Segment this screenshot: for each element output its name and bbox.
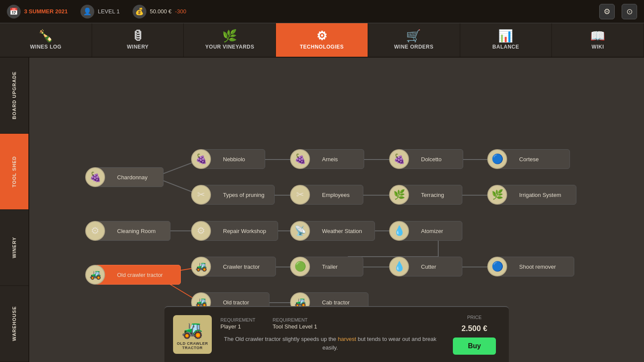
dolcetto-icon: 🍇	[389, 149, 409, 169]
trailer-label: Trailer	[310, 264, 344, 270]
tab-your-vineyards[interactable]: 🌿 YOUR VINEYARDS	[184, 23, 276, 57]
cutter-label: Cutter	[409, 264, 442, 270]
req2-value: Tool Shed Level 1	[272, 323, 317, 330]
sidebar-tool-shed-label: TOOL SHED	[12, 156, 17, 187]
tech-node-pruning[interactable]: ✂ Types of pruning	[201, 185, 275, 205]
trailer-icon: 🟢	[290, 257, 310, 276]
tech-node-crawler[interactable]: 🚜 Crawler tractor	[201, 257, 276, 276]
tech-node-old-crawler[interactable]: 🚜 Old crawler tractor	[95, 265, 181, 285]
tech-node-dolcetto[interactable]: 🍇 Dolcetto	[399, 149, 463, 169]
weather-label: Weather Station	[310, 228, 368, 234]
tech-node-terracing[interactable]: 🌿 Terracing	[399, 185, 462, 205]
tab-wine-orders[interactable]: 🛒 WINE ORDERS	[368, 23, 460, 57]
tech-node-chardonnay[interactable]: 🍇 Chardonnay	[95, 167, 164, 187]
tech-node-weather[interactable]: 📡 Weather Station	[300, 221, 375, 241]
old-crawler-icon: 🚜	[85, 265, 105, 285]
detail-item-icon: 🚜	[182, 319, 203, 340]
tab-winery[interactable]: 🛢 WINERY	[92, 23, 184, 57]
pruning-icon: ✂	[191, 185, 211, 205]
irrigation-label: Irrigation System	[507, 192, 567, 198]
buy-button[interactable]: Buy	[453, 337, 496, 355]
tech-node-trailer[interactable]: 🟢 Trailer	[300, 257, 363, 276]
price-label: Price	[467, 315, 482, 320]
sidebar-item-board-upgrade[interactable]: BOARD UPGRADE	[0, 58, 28, 134]
cab-tractor-label: Cab tractor	[310, 299, 356, 306]
detail-info: Requirement Player 1 Requirement Tool Sh…	[220, 317, 440, 352]
sidebar-item-tool-shed[interactable]: TOOL SHED	[0, 134, 28, 210]
tab-technologies-label: TECHNOLOGIES	[300, 44, 344, 50]
tech-node-employees[interactable]: ✂ Employees	[300, 185, 363, 205]
crawler-label: Crawler tractor	[211, 264, 266, 270]
vineyards-icon: 🌿	[222, 30, 238, 42]
content-area: 🍇 Chardonnay 🍇 Nebbiolo 🍇 Arneis 🍇 Dolce…	[29, 58, 644, 362]
tech-node-shoot-remover[interactable]: 🔵 Shoot remover	[497, 257, 574, 276]
detail-icon-label: OLD CRAWLER TRACTOR	[173, 341, 212, 350]
tech-node-cortese[interactable]: 🔵 Cortese	[497, 149, 570, 169]
topbar-calendar: 📅 3 SUMMER 2021	[7, 5, 68, 18]
season-label: 3 SUMMER 2021	[24, 8, 68, 15]
detail-requirements: Requirement Player 1 Requirement Tool Sh…	[220, 317, 440, 330]
detail-req-1: Requirement Player 1	[220, 317, 255, 330]
nebbiolo-label: Nebbiolo	[211, 156, 251, 163]
tab-wiki[interactable]: 📖 WIKI	[552, 23, 644, 57]
level-label: LEVEL 1	[98, 8, 120, 15]
irrigation-icon: 🌿	[487, 185, 507, 205]
tech-node-atomizer[interactable]: 💧 Atomizer	[399, 221, 462, 241]
level-icon: 👤	[80, 5, 94, 18]
nav-tabs: 🍾 WINES LOG 🛢 WINERY 🌿 YOUR VINEYARDS ⚙ …	[0, 23, 644, 58]
weather-icon: 📡	[290, 221, 310, 241]
tech-node-cutter[interactable]: 💧 Cutter	[399, 257, 462, 276]
chardonnay-label: Chardonnay	[105, 174, 154, 181]
wine-orders-icon: 🛒	[406, 30, 421, 42]
settings-button[interactable]: ⚙	[599, 4, 615, 19]
tab-wines-log-label: WINES LOG	[30, 44, 62, 50]
calendar-icon: 📅	[7, 5, 21, 18]
pruning-label: Types of pruning	[211, 192, 270, 198]
detail-panel: 🚜 OLD CRAWLER TRACTOR Requirement Player…	[164, 306, 509, 362]
atomizer-label: Atomizer	[409, 228, 449, 234]
arneis-icon: 🍇	[290, 149, 310, 169]
detail-icon-box: 🚜 OLD CRAWLER TRACTOR	[173, 315, 212, 354]
cortese-icon: 🔵	[487, 149, 507, 169]
cleaning-label: Cleaning Room	[105, 228, 162, 234]
tech-node-irrigation[interactable]: 🌿 Irrigation System	[497, 185, 576, 205]
wines-log-icon: 🍾	[38, 30, 54, 42]
nebbiolo-icon: 🍇	[191, 149, 211, 169]
req1-title: Requirement	[220, 317, 255, 322]
main-area: BOARD UPGRADE TOOL SHED WINERY WAREHOUSE	[0, 58, 644, 362]
desc-pre: The Old crawler tractor slightly speeds …	[224, 336, 337, 342]
employees-icon: ✂	[290, 185, 310, 205]
terracing-icon: 🌿	[389, 185, 409, 205]
sidebar-warehouse-label: WAREHOUSE	[12, 306, 17, 341]
desc-highlight: harvest	[338, 336, 356, 342]
topbar-right: ⚙ ⊙	[599, 4, 637, 19]
price-value: 2.500 €	[461, 324, 487, 333]
sidebar-item-winery[interactable]: WINERY	[0, 210, 28, 286]
cleaning-icon: ⚙	[85, 221, 105, 241]
tab-winery-label: WINERY	[127, 44, 149, 50]
sidebar-item-warehouse[interactable]: WAREHOUSE	[0, 286, 28, 362]
tab-wines-log[interactable]: 🍾 WINES LOG	[0, 23, 92, 57]
tech-node-cleaning[interactable]: ⚙ Cleaning Room	[95, 221, 170, 241]
tab-wine-orders-label: WINE ORDERS	[394, 44, 433, 50]
repair-icon: ⚙	[191, 221, 211, 241]
tech-node-nebbiolo[interactable]: 🍇 Nebbiolo	[201, 149, 265, 169]
money-value: 50.000 €	[150, 8, 172, 15]
tab-technologies[interactable]: ⚙ TECHNOLOGIES	[276, 23, 368, 57]
detail-req-2: Requirement Tool Shed Level 1	[272, 317, 317, 330]
tab-balance-label: BALANCE	[492, 44, 519, 50]
shoot-remover-icon: 🔵	[487, 257, 507, 276]
profile-button[interactable]: ⊙	[622, 4, 637, 19]
cortese-label: Cortese	[507, 156, 545, 163]
money-change: -300	[175, 8, 186, 15]
sidebar-board-upgrade-label: BOARD UPGRADE	[12, 71, 17, 119]
req1-value: Player 1	[220, 323, 255, 330]
balance-icon: 📊	[498, 30, 514, 42]
topbar-money: 💰 50.000 € -300	[133, 5, 186, 18]
tech-node-arneis[interactable]: 🍇 Arneis	[300, 149, 364, 169]
tech-node-repair[interactable]: ⚙ Repair Workshop	[201, 221, 278, 241]
tab-balance[interactable]: 📊 BALANCE	[460, 23, 552, 57]
detail-price-column: Price 2.500 € Buy	[449, 315, 500, 355]
topbar-level: 👤 LEVEL 1	[80, 5, 120, 18]
req2-title: Requirement	[272, 317, 317, 322]
